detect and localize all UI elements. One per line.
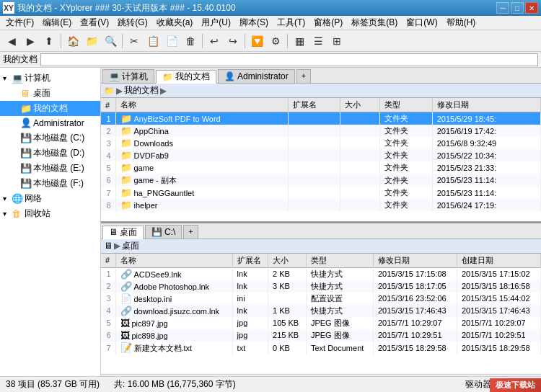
search-button[interactable]: 🔍 xyxy=(102,32,119,50)
top-file-row[interactable]: 6 📁game - 副本 文件夹 2015/5/23 11:14: xyxy=(101,174,541,187)
menu-item-窗口(W)[interactable]: 窗口(W) xyxy=(402,15,441,30)
top-file-row[interactable]: 1 📁AnyBizSoft PDF to Word 文件夹 2015/5/29 … xyxy=(101,112,541,125)
sidebar-item-admin[interactable]: 👤Administrator xyxy=(0,116,100,130)
bot-row-type-1: 快捷方式 xyxy=(306,280,373,293)
col-modified-bot[interactable]: 修改日期 xyxy=(373,254,457,268)
status-bar: 38 项目 (85.37 GB 可用) 共: 16.00 MB (16,775,… xyxy=(0,376,541,392)
up-button[interactable]: ⬆ xyxy=(40,32,58,50)
top-tab-admin[interactable]: 👤Administrator xyxy=(218,69,295,83)
bottom-file-row[interactable]: 6 🖼pic898.jpg jpg 215 KB JPEG 图像 2015/7/… xyxy=(101,329,541,342)
bot-row-size-2 xyxy=(268,293,307,305)
cut-button[interactable]: ✂ xyxy=(126,32,143,50)
view2-button[interactable]: ☰ xyxy=(309,32,327,50)
bottom-path-root: 桌面 xyxy=(122,240,139,252)
bottom-file-row[interactable]: 4 🔗download.jisuzc.com.lnk lnk 1 KB 快捷方式… xyxy=(101,305,541,317)
settings-button[interactable]: ⚙ xyxy=(267,32,284,50)
menu-item-窗格(P)[interactable]: 窗格(P) xyxy=(309,15,347,30)
top-tab-add[interactable]: + xyxy=(296,69,311,83)
sidebar-item-diskC[interactable]: 💾本地磁盘 (C:) xyxy=(0,130,100,146)
copy-button[interactable]: 📋 xyxy=(144,32,162,50)
bot-row-name-6: 📝新建文本文档.txt xyxy=(115,342,232,355)
home-button[interactable]: 🏠 xyxy=(64,32,82,50)
col-created-bot[interactable]: 创建日期 xyxy=(457,254,540,268)
redo-button[interactable]: ↪ xyxy=(224,32,242,50)
sidebar-item-diskE[interactable]: 💾本地磁盘 (E:) xyxy=(0,161,100,176)
sidebar-item-network[interactable]: ▾🌐网络 xyxy=(0,191,100,206)
sidebar-item-mydocs[interactable]: 📁我的文档 xyxy=(0,101,100,116)
sidebar-item-recycle[interactable]: ▾🗑回收站 xyxy=(0,206,100,221)
bottom-file-row[interactable]: 7 📝新建文本文档.txt txt 0 KB Text Document 201… xyxy=(101,342,541,355)
top-file-row[interactable]: 4 📁DVDFab9 文件夹 2015/5/22 10:34: xyxy=(101,149,541,161)
tree-label-diskD: 本地磁盘 (D:) xyxy=(33,147,84,159)
maximize-button[interactable]: □ xyxy=(511,2,524,14)
view3-button[interactable]: ⊞ xyxy=(328,32,346,50)
undo-button[interactable]: ↩ xyxy=(206,32,223,50)
bot-row-modified-4: 2015/7/1 10:29:07 xyxy=(373,317,457,329)
bot-file-icon-0: 🔗 xyxy=(120,269,132,280)
col-modified-top[interactable]: 修改日期 xyxy=(432,98,540,112)
btab-icon-cDrive: 💾 xyxy=(151,227,162,237)
col-type-bot[interactable]: 类型 xyxy=(306,254,373,268)
top-tab-bar: 💻计算机📁我的文档👤Administrator+ xyxy=(101,68,541,84)
address-input[interactable] xyxy=(40,53,538,66)
bot-row-type-0: 快捷方式 xyxy=(306,267,373,280)
top-files-table: # 名称 扩展名 大小 类型 修改日期 1 📁AnyBizSoft PDF to… xyxy=(101,98,541,211)
sidebar-item-diskD[interactable]: 💾本地磁盘 (D:) xyxy=(0,146,100,161)
bot-row-created-3: 2015/3/15 17:46:43 xyxy=(457,305,540,317)
paste-button[interactable]: 📄 xyxy=(163,32,180,50)
bottom-file-row[interactable]: 5 🖼pic897.jpg jpg 105 KB JPEG 图像 2015/7/… xyxy=(101,317,541,329)
menu-item-标签页集(B)[interactable]: 标签页集(B) xyxy=(347,15,402,30)
bot-row-num-0: 1 xyxy=(101,267,115,280)
sidebar-item-computer[interactable]: ▾💻计算机 xyxy=(0,71,100,86)
top-file-row[interactable]: 8 📁ihelper 文件夹 2015/6/24 17:19: xyxy=(101,199,541,211)
filter-button[interactable]: 🔽 xyxy=(248,32,265,50)
bot-row-created-2: 2015/3/15 15:44:02 xyxy=(457,293,540,305)
col-num-top[interactable]: # xyxy=(101,98,115,112)
top-file-row[interactable]: 3 📁Downloads 文件夹 2015/6/8 9:32:49 xyxy=(101,137,541,149)
top-tab-mydocs[interactable]: 📁我的文档 xyxy=(156,70,216,84)
top-row-ext-2 xyxy=(288,137,340,149)
sidebar-item-desktop[interactable]: 🖥桌面 xyxy=(0,86,100,101)
menu-item-跳转(G)[interactable]: 跳转(G) xyxy=(113,15,151,30)
top-row-ext-0 xyxy=(288,112,340,125)
col-num-bot[interactable]: # xyxy=(101,254,115,268)
sidebar-item-diskF[interactable]: 💾本地磁盘 (F:) xyxy=(0,176,100,191)
menu-item-工具(T)[interactable]: 工具(T) xyxy=(273,15,309,30)
bottom-tab-cDrive[interactable]: 💾C:\ xyxy=(145,225,182,239)
bottom-tab-desktop[interactable]: 🖥桌面 xyxy=(102,226,144,239)
menu-item-编辑(E)[interactable]: 编辑(E) xyxy=(38,15,76,30)
tree-label-computer: 计算机 xyxy=(25,72,50,84)
col-type-top[interactable]: 类型 xyxy=(380,98,432,112)
top-row-size-6 xyxy=(340,187,380,199)
bottom-file-row[interactable]: 3 📄desktop.ini ini 配置设置 2015/3/16 23:52:… xyxy=(101,293,541,305)
col-ext-bot[interactable]: 扩展名 xyxy=(232,254,268,268)
delete-button[interactable]: 🗑 xyxy=(182,32,199,50)
menu-item-帮助(H)[interactable]: 帮助(H) xyxy=(442,15,480,30)
view1-button[interactable]: ▦ xyxy=(291,32,308,50)
col-size-bot[interactable]: 大小 xyxy=(268,254,307,268)
menu-item-用户(U)[interactable]: 用户(U) xyxy=(197,15,235,30)
menu-item-文件(F)[interactable]: 文件(F) xyxy=(1,15,38,30)
top-tab-computer[interactable]: 💻计算机 xyxy=(102,69,154,83)
back-button[interactable]: ◀ xyxy=(3,32,20,50)
folder-button[interactable]: 📁 xyxy=(83,32,100,50)
bottom-file-row[interactable]: 2 🔗Adobe Photoshop.lnk lnk 3 KB 快捷方式 201… xyxy=(101,280,541,293)
forward-button[interactable]: ▶ xyxy=(22,32,39,50)
top-row-name-3: 📁DVDFab9 xyxy=(115,149,288,161)
close-button[interactable]: ✕ xyxy=(525,2,538,14)
top-file-row[interactable]: 2 📁AppChina 文件夹 2015/6/19 17:42: xyxy=(101,125,541,137)
menu-item-脚本(S)[interactable]: 脚本(S) xyxy=(235,15,273,30)
bottom-tab-add[interactable]: + xyxy=(183,225,198,239)
bot-row-name-2: 📄desktop.ini xyxy=(115,293,232,305)
col-ext-top[interactable]: 扩展名 xyxy=(288,98,340,112)
col-name-top[interactable]: 名称 xyxy=(115,98,288,112)
menu-item-收藏夹(a)[interactable]: 收藏夹(a) xyxy=(152,15,198,30)
top-row-type-4: 文件夹 xyxy=(380,161,432,174)
bottom-file-row[interactable]: 1 🔗ACDSee9.lnk lnk 2 KB 快捷方式 2015/3/15 1… xyxy=(101,267,541,280)
col-size-top[interactable]: 大小 xyxy=(340,98,380,112)
col-name-bot[interactable]: 名称 xyxy=(115,254,232,268)
top-file-row[interactable]: 7 📁ha_PNGGauntlet 文件夹 2015/5/23 11:14: xyxy=(101,187,541,199)
top-file-row[interactable]: 5 📁game 文件夹 2015/5/23 21:33: xyxy=(101,161,541,174)
menu-item-查看(V)[interactable]: 查看(V) xyxy=(76,15,113,30)
minimize-button[interactable]: ─ xyxy=(496,2,509,14)
